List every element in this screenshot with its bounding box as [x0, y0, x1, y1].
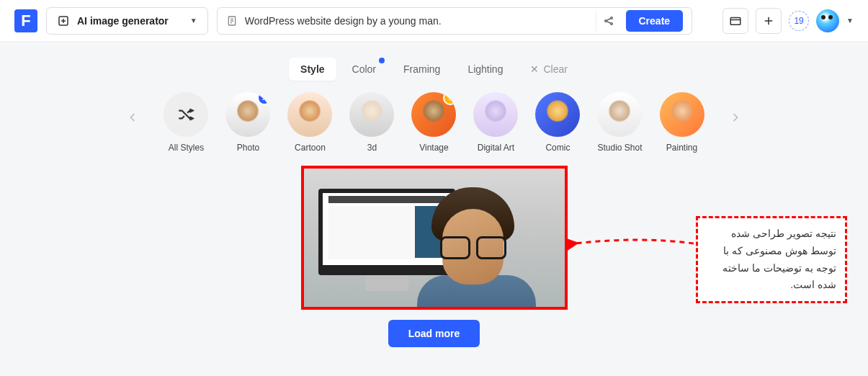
shuffle-icon [164, 92, 208, 137]
tab-label: Color [352, 63, 376, 75]
close-icon: ✕ [530, 63, 539, 75]
style-vintage[interactable]: ♛ Vintage [411, 92, 456, 153]
folder-button[interactable] [722, 8, 748, 34]
result-image[interactable] [301, 166, 568, 310]
annotation-text: نتیجه تصویر طراحی شده توسط هوش مصنوعی که… [722, 228, 836, 290]
next-arrow[interactable] [725, 107, 746, 128]
illustration-person [417, 182, 536, 310]
style-thumbnail [597, 92, 642, 137]
tab-label: Style [300, 63, 324, 75]
caret-down-icon: ▼ [190, 17, 197, 24]
tool-label: AI image generator [77, 15, 169, 27]
header-right: 19 ▼ [722, 8, 854, 34]
caret-down-icon[interactable]: ▼ [846, 17, 854, 24]
style-label: Cartoon [295, 143, 326, 153]
style-thumbnail [535, 92, 580, 137]
header: F AI image generator ▼ Create [0, 0, 868, 42]
style-label: Studio Shot [597, 143, 642, 153]
tool-selector[interactable]: AI image generator ▼ [46, 7, 208, 35]
svg-point-3 [611, 17, 613, 19]
user-avatar[interactable] [816, 9, 839, 32]
style-label: Comic [545, 143, 570, 153]
style-thumbnail [660, 92, 704, 137]
tab-label: Lighting [467, 63, 503, 75]
style-cartoon[interactable]: Cartoon [287, 92, 332, 153]
indicator-dot [379, 58, 385, 63]
load-more-button[interactable]: Load more [388, 320, 480, 347]
logo[interactable]: F [14, 9, 37, 32]
style-label: 3d [367, 143, 377, 153]
illustration-stand [365, 275, 408, 291]
style-label: All Styles [169, 143, 204, 153]
tab-lighting[interactable]: Lighting [456, 58, 514, 81]
style-label: Digital Art [478, 143, 514, 153]
style-label: Painting [666, 143, 697, 153]
tab-color[interactable]: Color [341, 58, 388, 81]
load-more-wrap: Load more [0, 320, 868, 347]
style-digital-art[interactable]: Digital Art [473, 92, 518, 153]
sparkle-icon [57, 14, 70, 27]
clear-button[interactable]: ✕ Clear [519, 58, 578, 81]
style-thumbnail: ♛ [411, 92, 456, 137]
style-thumbnail: ✓ [225, 92, 270, 137]
share-icon[interactable] [596, 11, 616, 31]
svg-point-2 [605, 19, 607, 22]
check-icon: ✓ [257, 92, 270, 105]
filter-tabs: Style Color Framing Lighting ✕ Clear [0, 42, 868, 92]
style-carousel: All Styles ✓ Photo Cartoon 3d ♛ Vintage … [0, 92, 868, 153]
style-comic[interactable]: Comic [535, 92, 580, 153]
style-items: All Styles ✓ Photo Cartoon 3d ♛ Vintage … [164, 92, 704, 153]
crown-icon: ♛ [443, 92, 456, 105]
style-studio-shot[interactable]: Studio Shot [597, 92, 642, 153]
add-button[interactable] [756, 8, 782, 34]
style-3d[interactable]: 3d [349, 92, 394, 153]
tab-framing[interactable]: Framing [392, 58, 452, 81]
clear-label: Clear [543, 63, 567, 75]
credits-badge[interactable]: 19 [789, 11, 809, 31]
style-thumbnail [473, 92, 518, 137]
style-photo[interactable]: ✓ Photo [225, 92, 270, 153]
annotation-box: نتیجه تصویر طراحی شده توسط هوش مصنوعی که… [696, 216, 847, 303]
svg-point-4 [611, 22, 613, 24]
style-thumbnail [287, 92, 332, 137]
style-label: Photo [237, 143, 259, 153]
tab-label: Framing [403, 63, 440, 75]
prompt-input[interactable] [245, 15, 589, 27]
svg-rect-5 [730, 17, 741, 24]
tab-style[interactable]: Style [289, 58, 336, 81]
create-button[interactable]: Create [626, 10, 684, 32]
style-all[interactable]: All Styles [164, 92, 208, 153]
prev-arrow[interactable] [122, 107, 143, 128]
prompt-bar: Create [217, 7, 692, 35]
style-painting[interactable]: Painting [660, 92, 704, 153]
document-icon [226, 15, 238, 27]
style-label: Vintage [419, 143, 448, 153]
style-thumbnail [349, 92, 394, 137]
